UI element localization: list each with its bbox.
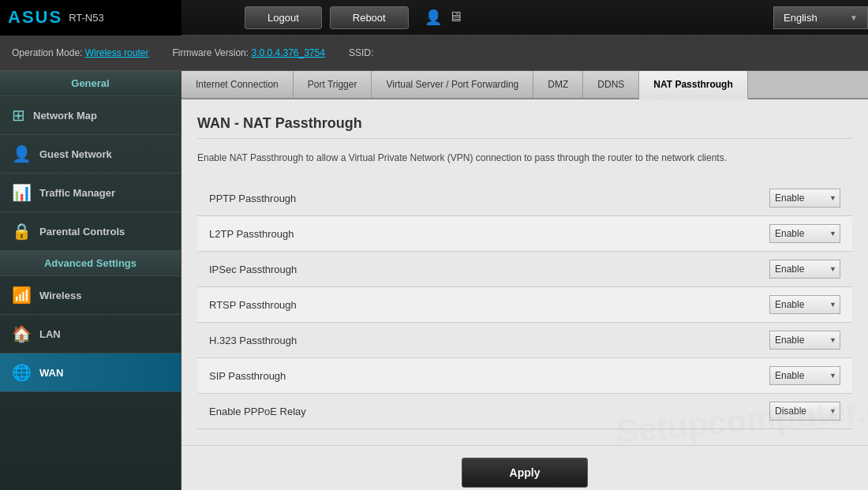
form-row-h323: H.323 Passthrough Enable Disable xyxy=(197,323,852,358)
ssid-label: SSID: xyxy=(349,47,373,58)
sidebar: General ⊞ Network Map 👤 Guest Network 📊 … xyxy=(0,71,181,490)
sip-label: SIP Passthrough xyxy=(209,370,769,382)
sidebar-label-wan: WAN xyxy=(39,367,63,379)
general-section-title: General xyxy=(0,71,181,96)
tab-virtual-server[interactable]: Virtual Server / Port Forwarding xyxy=(372,71,533,98)
main-layout: General ⊞ Network Map 👤 Guest Network 📊 … xyxy=(0,71,868,490)
l2tp-label: L2TP Passthrough xyxy=(209,228,769,240)
sidebar-item-wireless[interactable]: 📶 Wireless xyxy=(0,276,181,315)
page-content: WAN - NAT Passthrough Enable NAT Passthr… xyxy=(181,99,868,445)
language-selector[interactable]: English ▼ xyxy=(773,6,868,29)
logout-button[interactable]: Logout xyxy=(245,6,322,29)
form-row-pptp: PPTP Passthrough Enable Disable xyxy=(197,181,852,216)
description-text: Enable NAT Passthrough to allow a Virtua… xyxy=(197,151,852,165)
sidebar-item-lan[interactable]: 🏠 LAN xyxy=(0,315,181,353)
l2tp-select[interactable]: Enable Disable xyxy=(769,224,840,243)
advanced-section-title: Advanced Settings xyxy=(0,251,181,276)
sidebar-label-wireless: Wireless xyxy=(39,290,81,301)
chevron-down-icon: ▼ xyxy=(850,13,858,22)
tabs-bar: Internet Connection Port Trigger Virtual… xyxy=(181,71,868,99)
h323-select[interactable]: Enable Disable xyxy=(769,331,840,350)
pptp-control: Enable Disable xyxy=(769,189,840,208)
ipsec-select[interactable]: Enable Disable xyxy=(769,260,840,279)
reboot-button[interactable]: Reboot xyxy=(330,6,409,29)
pptp-label: PPTP Passthrough xyxy=(209,193,769,204)
form-row-sip: SIP Passthrough Enable Disable xyxy=(197,358,852,394)
header-icons: 👤 🖥 xyxy=(425,9,462,26)
network-map-icon: ⊞ xyxy=(12,106,25,125)
guest-network-icon: 👤 xyxy=(12,144,32,163)
language-label: English xyxy=(784,12,817,24)
page-title: WAN - NAT Passthrough xyxy=(197,115,852,139)
pppoe-relay-control: Disable Enable xyxy=(769,402,840,421)
sidebar-label-guest-network: Guest Network xyxy=(39,148,112,160)
wan-icon: 🌐 xyxy=(12,363,32,382)
firmware-version-value[interactable]: 3.0.0.4.376_3754 xyxy=(251,47,324,58)
apply-button[interactable]: Apply xyxy=(462,458,589,488)
pptp-select[interactable]: Enable Disable xyxy=(769,189,840,208)
pppoe-relay-select[interactable]: Disable Enable xyxy=(769,402,840,421)
wireless-icon: 📶 xyxy=(12,286,32,305)
sidebar-label-network-map: Network Map xyxy=(33,110,97,122)
apply-area: Apply xyxy=(181,445,868,490)
pppoe-relay-label: Enable PPPoE Relay xyxy=(209,406,769,417)
sidebar-label-traffic-manager: Traffic Manager xyxy=(39,187,115,199)
traffic-manager-icon: 📊 xyxy=(12,183,32,202)
rtsp-control: Enable Disable xyxy=(769,295,840,314)
header-buttons: Logout Reboot xyxy=(245,6,409,29)
logo: ASUS xyxy=(8,7,62,28)
tab-internet-connection[interactable]: Internet Connection xyxy=(181,71,294,98)
form-row-pppoe-relay: Enable PPPoE Relay Disable Enable xyxy=(197,394,852,429)
operation-mode-label: Operation Mode: Wireless router xyxy=(12,47,148,58)
form-row-l2tp: L2TP Passthrough Enable Disable xyxy=(197,216,852,252)
sidebar-item-traffic-manager[interactable]: 📊 Traffic Manager xyxy=(0,174,181,212)
rtsp-label: RTSP Passthrough xyxy=(209,299,769,311)
logo-area: ASUS RT-N53 xyxy=(0,0,181,36)
operation-mode-value[interactable]: Wireless router xyxy=(85,47,149,58)
h323-label: H.323 Passthrough xyxy=(209,335,769,346)
tab-nat-passthrough[interactable]: NAT Passthrough xyxy=(639,71,747,99)
model: RT-N53 xyxy=(69,12,104,24)
tab-port-trigger[interactable]: Port Trigger xyxy=(294,71,372,98)
user-icon[interactable]: 👤 xyxy=(425,9,442,26)
l2tp-control: Enable Disable xyxy=(769,224,840,243)
monitor-icon[interactable]: 🖥 xyxy=(448,9,462,26)
sidebar-item-parental-controls[interactable]: 🔒 Parental Controls xyxy=(0,212,181,251)
form-row-rtsp: RTSP Passthrough Enable Disable xyxy=(197,287,852,323)
rtsp-select[interactable]: Enable Disable xyxy=(769,295,840,314)
h323-control: Enable Disable xyxy=(769,331,840,350)
form-row-ipsec: IPSec Passthrough Enable Disable xyxy=(197,252,852,287)
header: ASUS RT-N53 Logout Reboot 👤 🖥 English ▼ xyxy=(0,0,868,36)
sidebar-label-lan: LAN xyxy=(39,328,61,340)
sip-control: Enable Disable xyxy=(769,366,840,385)
sip-select[interactable]: Enable Disable xyxy=(769,366,840,385)
tab-ddns[interactable]: DDNS xyxy=(583,71,639,98)
tab-dmz[interactable]: DMZ xyxy=(533,71,583,98)
info-bar: Operation Mode: Wireless router Firmware… xyxy=(0,36,868,71)
ipsec-control: Enable Disable xyxy=(769,260,840,279)
sidebar-item-guest-network[interactable]: 👤 Guest Network xyxy=(0,135,181,174)
content-area: Internet Connection Port Trigger Virtual… xyxy=(181,71,868,490)
ipsec-label: IPSec Passthrough xyxy=(209,264,769,275)
sidebar-item-network-map[interactable]: ⊞ Network Map xyxy=(0,96,181,135)
parental-controls-icon: 🔒 xyxy=(12,222,32,241)
sidebar-item-wan[interactable]: 🌐 WAN xyxy=(0,353,181,392)
sidebar-label-parental-controls: Parental Controls xyxy=(39,226,125,238)
lan-icon: 🏠 xyxy=(12,324,32,343)
firmware-version-label: Firmware Version: 3.0.0.4.376_3754 xyxy=(172,47,324,58)
